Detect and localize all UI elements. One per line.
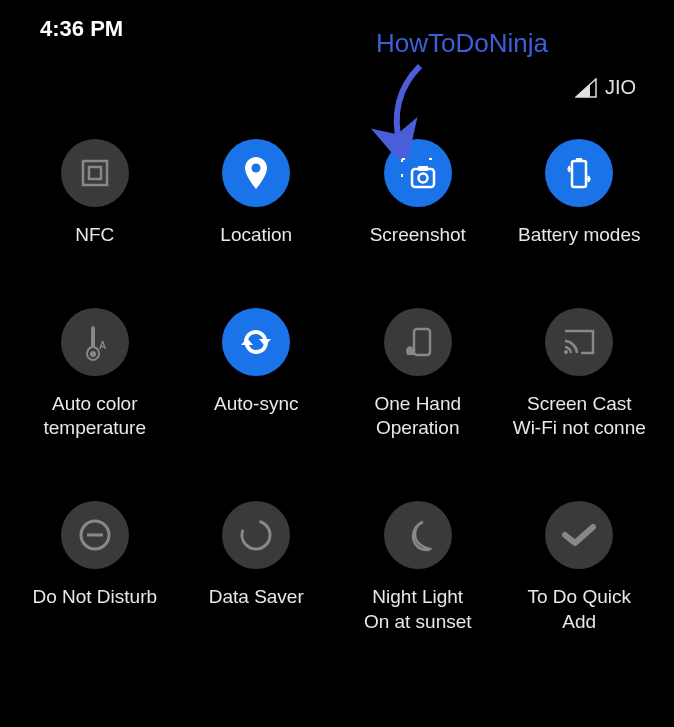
tile-auto-sync[interactable]: Auto-sync: [176, 296, 338, 489]
cast-icon: [545, 308, 613, 376]
tile-label: NFC: [75, 223, 114, 248]
tile-location[interactable]: Location: [176, 127, 338, 296]
tile-todo-quick-add[interactable]: To Do Quick Add: [499, 489, 661, 682]
carrier-name: JIO: [605, 76, 636, 99]
annotation-label: HowToDoNinja: [376, 28, 548, 59]
sync-icon: [222, 308, 290, 376]
battery-icon: [545, 139, 613, 207]
tile-screen-cast[interactable]: Screen Cast Wi-Fi not conne: [499, 296, 661, 489]
tile-night-light[interactable]: Night Light On at sunset: [337, 489, 499, 682]
svg-point-14: [238, 517, 274, 553]
datasaver-icon: [222, 501, 290, 569]
tile-do-not-disturb[interactable]: Do Not Disturb: [14, 489, 176, 682]
tile-label: To Do Quick Add: [528, 585, 631, 634]
dnd-icon: [61, 501, 129, 569]
location-icon: [222, 139, 290, 207]
signal-icon: [575, 78, 597, 98]
tile-one-hand-operation[interactable]: One Hand Operation: [337, 296, 499, 489]
todo-icon: [545, 501, 613, 569]
svg-rect-1: [89, 167, 101, 179]
svg-point-4: [418, 174, 427, 183]
tile-label: Location: [220, 223, 292, 248]
quick-settings-grid: NFC Location Screenshot: [0, 109, 674, 682]
tile-label: Data Saver: [209, 585, 304, 610]
status-bar: 4:36 PM: [0, 0, 674, 46]
tile-label: Auto color temperature: [44, 392, 146, 441]
tile-label: Do Not Disturb: [32, 585, 157, 610]
nfc-icon: [61, 139, 129, 207]
carrier-row: JIO: [0, 46, 674, 109]
onehand-icon: [384, 308, 452, 376]
nightlight-icon: [384, 501, 452, 569]
tile-battery-modes[interactable]: Battery modes: [499, 127, 661, 296]
svg-text:A: A: [99, 340, 106, 351]
svg-rect-7: [576, 158, 582, 162]
svg-point-2: [252, 164, 261, 173]
tile-label: Battery modes: [518, 223, 641, 248]
screenshot-icon: [384, 139, 452, 207]
svg-rect-3: [412, 169, 434, 187]
tile-auto-color-temperature[interactable]: A Auto color temperature: [14, 296, 176, 489]
tile-label: Screen Cast Wi-Fi not conne: [513, 392, 646, 441]
tile-data-saver[interactable]: Data Saver: [176, 489, 338, 682]
tile-label: One Hand Operation: [374, 392, 461, 441]
svg-rect-6: [572, 161, 586, 187]
status-time: 4:36 PM: [40, 16, 123, 41]
tile-label: Screenshot: [370, 223, 466, 248]
svg-point-8: [90, 351, 96, 357]
tile-screenshot[interactable]: Screenshot: [337, 127, 499, 296]
svg-rect-5: [418, 166, 428, 171]
svg-rect-0: [83, 161, 107, 185]
svg-rect-10: [414, 329, 430, 355]
tile-label: Night Light On at sunset: [364, 585, 472, 634]
tile-nfc[interactable]: NFC: [14, 127, 176, 296]
tile-label: Auto-sync: [214, 392, 298, 417]
thermometer-icon: A: [61, 308, 129, 376]
svg-point-11: [564, 350, 568, 354]
